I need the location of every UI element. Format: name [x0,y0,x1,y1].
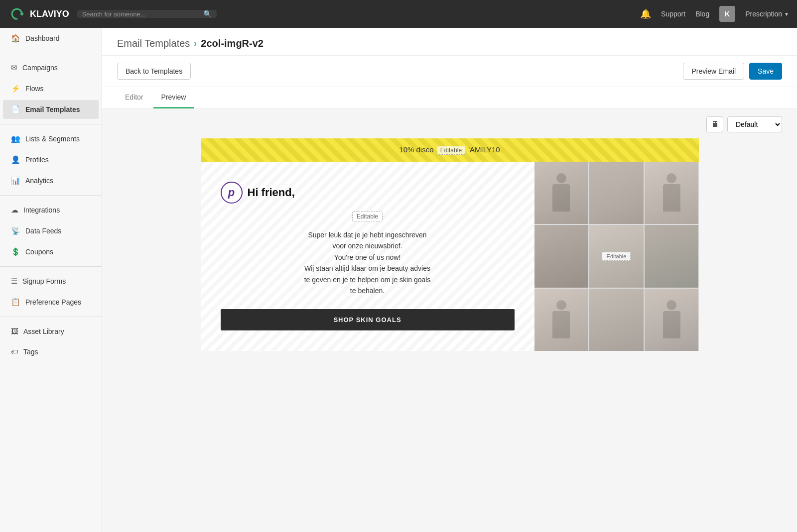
breadcrumb: Email Templates › 2col-imgR-v2 [117,38,782,49]
user-avatar: K [719,6,735,22]
asset-library-icon: 🖼 [11,327,18,335]
sidebar-item-analytics[interactable]: 📊 Analytics [3,171,99,190]
global-search[interactable]: 🔍 [77,10,217,18]
svg-point-1 [20,12,23,15]
main-content: Email Templates › 2col-imgR-v2 Back to T… [102,28,797,532]
home-icon: 🏠 [11,34,20,43]
grid-editable-overlay[interactable]: Editable [602,252,631,261]
data-feeds-icon: 📡 [11,226,20,235]
tab-preview[interactable]: Preview [153,87,194,108]
notifications-icon[interactable]: 🔔 [640,8,651,19]
lists-icon: 👥 [11,134,20,143]
editor-tabs: Editor Preview [102,87,797,108]
banner-editable-tag-1[interactable]: Editable [437,146,465,155]
sidebar-item-lists-segments[interactable]: 👥 Lists & Segments [3,129,99,148]
campaigns-icon: ✉ [11,63,17,72]
grid-cell-2 [589,162,644,224]
preview-toolbar: 🖥 Default Mobile Desktop [117,116,782,132]
grid-cell-5: Editable [589,225,644,287]
sidebar-label-campaigns: Campaigns [22,64,58,72]
coupons-icon: 💲 [11,247,20,256]
page-header: Email Templates › 2col-imgR-v2 [102,28,797,56]
sidebar: 🏠 Dashboard ✉ Campaigns ⚡ Flows 📄 Email … [0,28,102,532]
tab-editor[interactable]: Editor [117,87,151,108]
sidebar-label-data-feeds: Data Feeds [25,227,61,235]
grid-cell-3 [645,162,699,224]
grid-cell-8 [589,289,644,351]
sidebar-item-coupons[interactable]: 💲 Coupons [3,242,99,261]
sidebar-label-lists: Lists & Segments [25,135,80,143]
breadcrumb-separator: › [194,38,197,49]
sidebar-label-integrations: Integrations [23,206,60,214]
support-link[interactable]: Support [661,10,685,18]
logo-letter: p [228,186,235,199]
body-line-5: te geven en je te helpen om je skin goal… [304,276,431,284]
search-input[interactable] [82,10,199,18]
sidebar-label-preference-pages: Preference Pages [25,298,81,306]
email-greeting: Hi friend, [248,186,295,199]
banner-code-text: 'AMILY10 [468,145,500,154]
sidebar-item-data-feeds[interactable]: 📡 Data Feeds [3,221,99,240]
search-icon: 🔍 [203,10,212,18]
email-left-column: p Hi friend, Editable Super leuk dat je … [201,162,534,351]
body-line-3: You're one of us now! [334,253,401,261]
grid-cell-4 [534,225,589,287]
grid-cell-1 [534,162,589,224]
desktop-view-toggle[interactable]: 🖥 [706,116,723,132]
email-logo-row: p Hi friend, [221,182,515,204]
preview-area: 🖥 Default Mobile Desktop 10% disco Edita… [102,108,797,532]
sidebar-label-dashboard: Dashboard [25,34,60,42]
integrations-icon: ☁ [11,206,18,214]
topnav-right: 🔔 Support Blog K Prescription ▼ [640,6,789,22]
flows-icon: ⚡ [11,84,20,93]
toolbar-right: Preview Email Save [683,63,782,80]
grid-cell-9 [645,289,699,351]
sidebar-item-email-templates[interactable]: 📄 Email Templates [3,100,99,119]
email-image-grid: Editable [534,162,699,351]
preview-email-button[interactable]: Preview Email [683,63,744,80]
sidebar-label-analytics: Analytics [25,177,53,185]
editor-toolbar: Back to Templates Preview Email Save [102,56,797,87]
save-button[interactable]: Save [749,63,782,80]
email-banner: 10% disco Editable 'AMILY10 [201,138,699,162]
sidebar-item-asset-library[interactable]: 🖼 Asset Library [3,322,99,340]
chevron-down-icon: ▼ [784,11,789,17]
sidebar-item-dashboard[interactable]: 🏠 Dashboard [3,29,99,48]
view-select[interactable]: Default Mobile Desktop [727,116,782,132]
grid-cell-7 [534,289,589,351]
left-editable-tag[interactable]: Editable [352,212,383,221]
sidebar-label-asset-library: Asset Library [23,327,64,335]
sidebar-item-preference-pages[interactable]: 📋 Preference Pages [3,293,99,312]
app-logo[interactable]: KLAVIYO [8,5,69,23]
email-body: p Hi friend, Editable Super leuk dat je … [201,162,699,351]
back-to-templates-button[interactable]: Back to Templates [117,63,191,80]
preference-pages-icon: 📋 [11,298,20,307]
email-preview: 10% disco Editable 'AMILY10 p Hi friend, [201,138,699,351]
blog-link[interactable]: Blog [695,10,709,18]
body-line-1: Super leuk dat je je hebt ingeschreven [308,231,426,239]
email-body-text: Super leuk dat je je hebt ingeschreven v… [221,229,515,296]
sidebar-label-coupons: Coupons [25,248,53,256]
sidebar-item-campaigns[interactable]: ✉ Campaigns [3,58,99,77]
email-cta-button[interactable]: SHOP SKIN GOALS [221,309,515,330]
sidebar-label-email-templates: Email Templates [25,106,80,113]
grid-cell-6 [645,225,699,287]
sidebar-label-signup-forms: Signup Forms [22,277,66,285]
sidebar-item-profiles[interactable]: 👤 Profiles [3,150,99,169]
breadcrumb-current: 2col-imgR-v2 [201,38,264,49]
banner-discount-text: 10% disco [399,145,433,154]
breadcrumb-parent[interactable]: Email Templates [117,38,190,49]
sidebar-item-integrations[interactable]: ☁ Integrations [3,201,99,219]
profiles-icon: 👤 [11,155,20,164]
sidebar-label-tags: Tags [23,348,38,356]
sidebar-item-flows[interactable]: ⚡ Flows [3,79,99,98]
user-menu[interactable]: Prescription ▼ [745,10,789,18]
email-templates-icon: 📄 [11,105,20,114]
sidebar-item-signup-forms[interactable]: ☰ Signup Forms [3,272,99,291]
tags-icon: 🏷 [11,347,18,356]
body-line-2: voor onze nieuwsbrief. [332,242,402,250]
sidebar-label-flows: Flows [25,85,44,93]
sidebar-item-tags[interactable]: 🏷 Tags [3,342,99,361]
app-name: KLAVIYO [30,9,69,19]
body-line-6: te behalen. [350,287,385,295]
